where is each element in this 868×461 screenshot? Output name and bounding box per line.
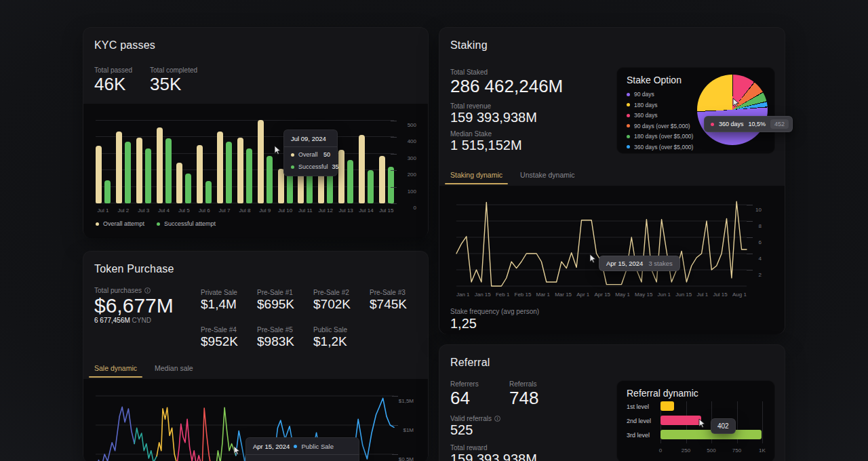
axis-label: 10 [749,207,762,213]
public-sale-label: Public Sale [313,326,347,334]
axis-tick [391,137,397,138]
axis-tick [392,396,398,397]
legend-item: 90 days [627,91,693,98]
info-icon[interactable] [144,287,151,294]
bar-group[interactable]: Jul 6 [197,145,212,203]
bar [347,160,353,203]
legend-dot-icon [627,103,630,106]
bar [165,138,172,203]
bar [368,170,374,203]
tooltip-value: 3 stakes [648,260,672,267]
line-series [177,419,202,461]
tooltip-date: Apr 15, 2024 [606,260,643,267]
tab-unstake-dynamic[interactable]: Unstake dynamic [515,167,580,184]
line-series [456,201,747,286]
stake-option-pie[interactable] [697,75,768,145]
axis-label: 6 [749,239,762,245]
axis-label: 300 [399,155,416,161]
cursor-pointer [233,445,241,456]
bar-group[interactable]: Jul 13 [338,150,353,203]
kyc-total-passed-label: Total passed [94,66,132,74]
presale3-label: Pre-Sale #3 [370,289,406,296]
legend-label: Successful attempt [164,220,216,227]
legend-item: 90 days (over $5,000) [627,123,693,129]
axis-tick [392,454,398,455]
info-icon[interactable] [494,416,500,422]
stake-option-title: Stake Option [627,75,682,85]
referral-dynamic-chart[interactable]: 02505007501K1st level2nd level3rd level [617,401,776,461]
private-sale-label: Private Sale [201,289,237,296]
axis-label: Jul 9 [259,207,271,214]
axis-tick [747,270,753,270]
bar-group[interactable]: Jul 5 [176,163,191,203]
axis-label: 8 [749,223,762,229]
bar-group[interactable]: Jul 3 [136,138,151,203]
legend-label: 180 days [634,102,658,108]
valid-referrals-label: Valid referrals [450,415,500,422]
axis-tick [747,205,753,205]
axis-label: 4 [749,256,762,262]
bar [338,150,344,203]
bar-category-label: 1st level [627,403,649,410]
axis-label: 0 [650,447,671,454]
line-series [202,408,216,461]
axis-tick [391,170,397,171]
bar [287,173,293,203]
bar-group[interactable]: Jul 2 [116,132,131,203]
bar [359,135,365,203]
axis-label: Jul 5 [178,207,190,214]
tooltip-value: 35 [332,163,339,170]
tab-staking-dynamic[interactable]: Staking dynamic [445,167,508,184]
axis-label: Feb 15 [515,292,532,298]
presale5-label: Pre-Sale #5 [257,326,293,334]
bar-group[interactable]: Jul 14 [359,135,374,203]
dashboard: KYC passes Total passed 46K Total comple… [0,0,868,461]
successful-dot-icon [291,165,294,169]
line-series [134,428,157,461]
legend-dot-icon [627,135,630,138]
median-stake-label: Median Stake [450,130,492,138]
axis-tick [391,203,397,204]
bar-group[interactable]: Jul 9 [258,120,273,203]
axis-label: 400 [399,138,416,144]
pie-slice-dot-icon [711,123,714,126]
kyc-chart-area[interactable]: Jul 1Jul 2Jul 3Jul 4Jul 5Jul 6Jul 7Jul 8… [83,104,428,238]
axis-label: 100 [399,188,416,195]
bar [104,180,111,203]
kyc-total-completed-value: 35K [150,74,181,95]
valid-referrals-label-text: Valid referrals [450,415,492,422]
referrers-label: Referrers [450,380,479,388]
axis-tick [392,425,398,426]
kyc-card: KYC passes Total passed 46K Total comple… [83,27,429,237]
bar[interactable] [660,401,674,411]
total-purchases-label: Total purchases [94,287,151,294]
bar [237,138,243,203]
tab-median-sale[interactable]: Median sale [149,360,199,378]
axis-label: 250 [676,447,696,454]
axis-label: $1,5M [393,398,414,404]
referrals-label: Referrals [509,380,537,388]
axis-label: 1K [752,447,772,454]
bar[interactable] [660,416,701,425]
axis-label: 2 [749,272,762,278]
bar [226,142,232,203]
legend-label: 360 days (over $5,000) [634,144,693,151]
staking-tabs: Staking dynamic Unstake dynamic [445,167,580,184]
tab-sale-dynamic[interactable]: Sale dynamic [89,360,142,378]
total-purchases-label-text: Total purchases [94,287,142,294]
cursor-pointer [698,418,707,428]
tooltip-value: 50 [323,151,330,158]
staking-yaxis: 108642 [747,199,764,302]
bar-group[interactable]: Jul 1 [96,146,111,203]
bar-category-label: 3rd level [627,432,650,439]
axis-tick [391,187,397,188]
bar-group[interactable]: Jul 7 [217,132,232,203]
legend-dot-icon [627,124,630,127]
bar-group[interactable]: Jul 8 [237,138,252,203]
axis-label: Jul 1 [696,292,708,298]
bar [185,174,191,203]
axis-label: $0,5M [393,456,414,461]
bar-group[interactable]: Jul 4 [157,127,172,203]
pie-tooltip-pct: 10,5% [749,121,766,127]
axis-tick [391,121,397,121]
